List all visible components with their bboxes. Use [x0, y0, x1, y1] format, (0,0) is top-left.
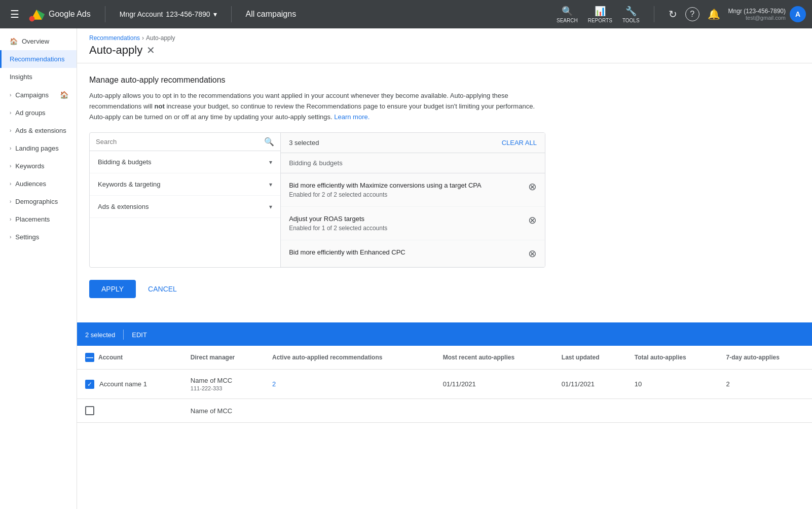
search-tool[interactable]: 🔍 SEARCH — [552, 4, 582, 25]
toolbar-divider — [123, 330, 124, 340]
user-info[interactable]: Mngr (123-456-7890) test@gmail.com A — [728, 6, 806, 22]
chevron-icon: › — [10, 181, 11, 187]
recommendation-text-2: Adjust your ROAS targets — [289, 215, 387, 223]
user-email: test@gmail.com — [728, 15, 786, 21]
cell-7day-applies-1: 2 — [718, 370, 812, 399]
description: Auto-apply allows you to opt in to the r… — [89, 91, 545, 122]
sidebar-item-placements[interactable]: › Placements — [0, 210, 77, 228]
content-area: Manage auto-apply recommendations Auto-a… — [77, 63, 812, 322]
home-icon-campaigns: 🏠 — [60, 91, 68, 99]
reports-tool-label: REPORTS — [588, 18, 612, 23]
manager-id-1: 111-222-333 — [191, 385, 256, 391]
sidebar-item-label: Landing pages — [15, 144, 58, 152]
remove-rec-1-icon[interactable]: ⊗ — [528, 181, 537, 192]
reports-tool[interactable]: 📊 REPORTS — [584, 4, 616, 25]
logo-text: Google Ads — [49, 10, 91, 19]
chevron-icon: › — [10, 163, 11, 169]
sidebar-item-audiences[interactable]: › Audiences — [0, 175, 77, 193]
table-selected-badge: 2 selected — [85, 331, 115, 339]
sidebar-item-recommendations[interactable]: Recommendations — [0, 50, 77, 68]
category-keywords-targeting[interactable]: Keywords & targeting ▾ — [90, 173, 280, 196]
sidebar-item-label: Recommendations — [10, 55, 64, 63]
nav-divider-2 — [231, 6, 232, 22]
remove-rec-2-icon[interactable]: ⊗ — [528, 215, 537, 225]
close-icon[interactable]: ✕ — [146, 44, 155, 56]
row1-checkbox[interactable]: ✓ — [85, 380, 94, 389]
apply-button[interactable]: APPLY — [89, 280, 136, 298]
cell-total-applies-2 — [626, 399, 718, 423]
nav-tools: 🔍 SEARCH 📊 REPORTS 🔧 TOOLS — [552, 4, 644, 25]
cell-most-recent-2 — [435, 399, 553, 423]
chevron-down-icon: ▾ — [269, 203, 272, 210]
refresh-icon[interactable]: ↻ — [665, 4, 681, 24]
clear-all-button[interactable]: CLEAR ALL — [502, 139, 537, 147]
sidebar-item-label: Insights — [10, 73, 32, 81]
sidebar-item-campaigns[interactable]: › Campaigns 🏠 — [0, 86, 77, 104]
chevron-icon: › — [10, 92, 11, 98]
row2-checkbox[interactable] — [85, 406, 94, 415]
sidebar-item-insights[interactable]: Insights — [0, 68, 77, 86]
table-section: 2 selected EDIT — Account Direct manager — [77, 322, 812, 423]
reports-tool-icon: 📊 — [595, 6, 606, 17]
google-ads-logo: Google Ads — [27, 5, 91, 23]
col-most-recent: Most recent auto-applies — [435, 346, 553, 370]
sidebar-item-label: Keywords — [15, 162, 44, 170]
search-tool-label: SEARCH — [557, 18, 578, 23]
sidebar-item-keywords[interactable]: › Keywords — [0, 157, 77, 175]
sidebar-item-landing-pages[interactable]: › Landing pages — [0, 139, 77, 157]
hamburger-menu-icon[interactable]: ☰ — [6, 4, 23, 24]
chevron-icon: › — [10, 128, 11, 133]
category-bidding-budgets[interactable]: Bidding & budgets ▾ — [90, 151, 280, 173]
manager-name-1: Name of MCC — [191, 377, 256, 384]
user-avatar[interactable]: A — [790, 6, 806, 22]
learn-more-link[interactable]: Learn more. — [334, 113, 370, 121]
tools-tool[interactable]: 🔧 TOOLS — [618, 4, 644, 25]
search-input[interactable] — [96, 138, 264, 146]
sidebar-item-ads-extensions[interactable]: › Ads & extensions — [0, 122, 77, 139]
account-selector[interactable]: Mngr Account 123-456-7890 ▾ — [116, 8, 221, 20]
sidebar-item-overview[interactable]: 🏠 Overview — [0, 32, 77, 50]
svg-point-2 — [29, 16, 35, 22]
cell-manager-1: Name of MCC 111-222-333 — [182, 370, 264, 399]
account-name-1: Account name 1 — [99, 380, 147, 388]
sidebar-item-demographics[interactable]: › Demographics — [0, 193, 77, 210]
col-7day-applies: 7-day auto-applies — [718, 346, 812, 370]
sidebar-item-label: Settings — [15, 233, 39, 241]
select-all-checkbox[interactable]: — — [85, 353, 94, 362]
category-ads-extensions[interactable]: Ads & extensions ▾ — [90, 196, 280, 218]
remove-rec-3-icon[interactable]: ⊗ — [528, 248, 537, 259]
breadcrumb-separator: › — [142, 34, 144, 42]
search-tool-icon: 🔍 — [562, 6, 573, 17]
chevron-icon: › — [10, 199, 11, 204]
category-label: Keywords & targeting — [98, 180, 161, 188]
cell-active-recs-2 — [264, 399, 435, 423]
campaign-selector[interactable]: All campaigns — [246, 10, 297, 19]
table-body: ✓ Account name 1 Name of MCC 111-222-333 — [77, 370, 812, 423]
active-category-header: Bidding & budgets — [281, 153, 545, 173]
nav-divider-3 — [654, 6, 654, 22]
page-layout: 🏠 Overview Recommendations Insights › Ca… — [0, 28, 812, 509]
selection-panel: 🔍 Bidding & budgets ▾ Keywords & targeti… — [89, 132, 545, 268]
category-label: Bidding & budgets — [98, 158, 152, 166]
manager-name-2: Name of MCC — [191, 407, 256, 415]
cell-last-updated-2 — [553, 399, 626, 423]
home-icon: 🏠 — [10, 38, 18, 45]
edit-button[interactable]: EDIT — [132, 331, 147, 339]
help-icon[interactable]: ? — [685, 7, 699, 21]
breadcrumb-parent[interactable]: Recommendations — [89, 34, 140, 42]
active-recs-link-1[interactable]: 2 — [272, 380, 276, 388]
sidebar-item-settings[interactable]: › Settings — [0, 228, 77, 246]
cell-total-applies-1: 10 — [626, 370, 718, 399]
notifications-icon[interactable]: 🔔 — [704, 4, 724, 24]
cancel-button[interactable]: CANCEL — [144, 280, 181, 298]
left-panel: 🔍 Bidding & budgets ▾ Keywords & targeti… — [90, 133, 281, 267]
sidebar-item-ad-groups[interactable]: › Ad groups — [0, 104, 77, 122]
page-title: Auto-apply — [89, 44, 142, 57]
search-box: 🔍 — [90, 133, 280, 151]
account-number: 123-456-7890 — [166, 10, 210, 18]
cell-7day-applies-2 — [718, 399, 812, 423]
sidebar-item-label: Audiences — [15, 180, 46, 188]
sidebar-item-label: Ad groups — [15, 109, 45, 117]
recommendation-item-2: Adjust your ROAS targets Enabled for 1 o… — [281, 207, 545, 240]
recommendation-sub-1: Enabled for 2 of 2 selected accounts — [289, 191, 486, 198]
